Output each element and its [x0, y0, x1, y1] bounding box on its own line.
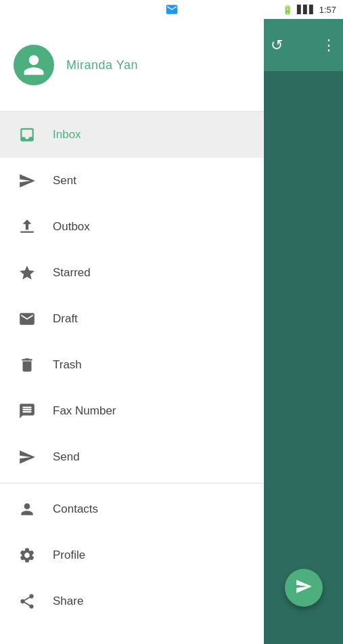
share-icon [15, 593, 39, 610]
time-display: 1:57 [319, 5, 336, 15]
app-icon [165, 3, 179, 19]
sidebar-item-starred[interactable]: Starred [0, 250, 264, 296]
sidebar-item-label-trash: Trash [53, 358, 82, 372]
inbox-icon [15, 126, 39, 144]
status-bar: 🔋 ▋▋▋ 1:57 [0, 0, 343, 19]
sidebar-item-contacts[interactable]: Contacts [0, 486, 264, 532]
person-icon [22, 53, 46, 77]
sent-icon [15, 172, 39, 190]
sidebar: Miranda Yan Inbox Sent [0, 0, 264, 644]
sidebar-item-label-inbox: Inbox [53, 128, 81, 142]
sidebar-item-inbox[interactable]: Inbox [0, 112, 264, 158]
signal-icon: ▋▋▋ [297, 5, 315, 14]
avatar [14, 45, 54, 85]
sidebar-item-outbox[interactable]: Outbox [0, 204, 264, 250]
compose-fab[interactable] [285, 569, 323, 607]
sidebar-item-draft[interactable]: Draft [0, 296, 264, 342]
sidebar-item-sent[interactable]: Sent [0, 158, 264, 204]
user-name: Miranda Yan [66, 58, 138, 72]
profile-icon [15, 546, 39, 564]
refresh-button[interactable]: ↺ [271, 37, 283, 54]
send-icon [15, 448, 39, 466]
sidebar-item-label-contacts: Contacts [53, 502, 98, 516]
star-icon [15, 264, 39, 282]
sidebar-item-label-outbox: Outbox [53, 220, 90, 234]
sidebar-item-trash[interactable]: Trash [0, 342, 264, 388]
sidebar-item-send[interactable]: Send [0, 434, 264, 480]
menu-divider [0, 483, 264, 484]
sidebar-item-label-sent: Sent [53, 174, 76, 188]
right-panel: ↺ ⋮ [264, 0, 343, 644]
trash-icon [15, 356, 39, 374]
battery-icon: 🔋 [282, 5, 293, 15]
more-options-button[interactable]: ⋮ [321, 37, 336, 54]
sidebar-item-faxnumber[interactable]: Fax Number [0, 388, 264, 434]
sidebar-item-share[interactable]: Share [0, 578, 264, 624]
outbox-icon [15, 218, 39, 236]
menu-list: Inbox Sent Outbox [0, 112, 264, 644]
sidebar-item-label-share: Share [53, 595, 83, 608]
sidebar-item-label-faxnumber: Fax Number [53, 404, 116, 418]
compose-icon [295, 578, 313, 598]
draft-icon [15, 310, 39, 328]
contacts-icon [15, 500, 39, 518]
fax-icon [15, 402, 39, 420]
sidebar-item-label-draft: Draft [53, 312, 78, 326]
sidebar-item-label-starred: Starred [53, 266, 91, 280]
sidebar-item-label-send: Send [53, 450, 80, 464]
sidebar-item-label-profile: Profile [53, 549, 85, 562]
sidebar-item-profile[interactable]: Profile [0, 532, 264, 578]
